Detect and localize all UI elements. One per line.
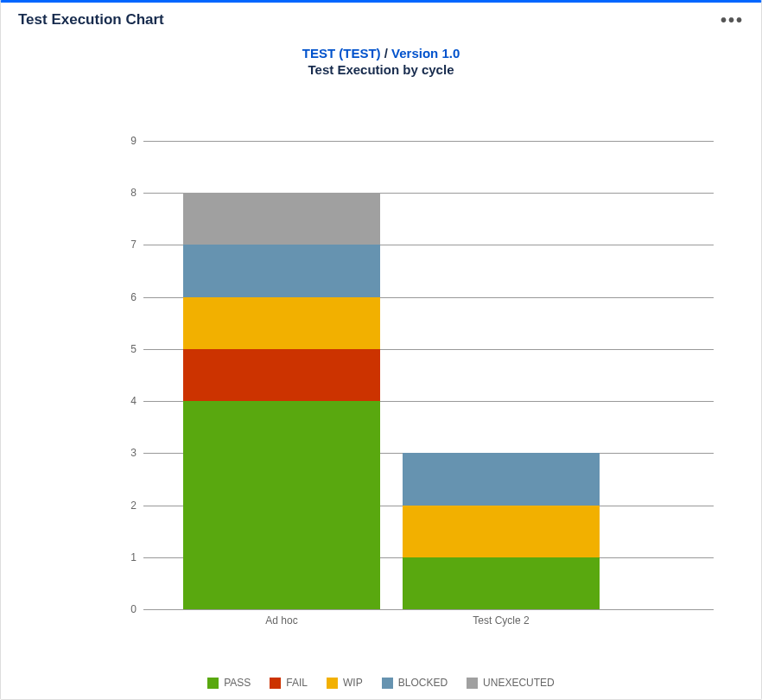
breadcrumb-project-link[interactable]: TEST (TEST) bbox=[302, 46, 381, 60]
legend-label: UNEXECUTED bbox=[483, 677, 555, 689]
legend-label: FAIL bbox=[286, 677, 308, 689]
y-tick-label: 4 bbox=[130, 395, 137, 407]
breadcrumb-version-link[interactable]: Version 1.0 bbox=[391, 46, 460, 60]
y-tick-label: 3 bbox=[130, 447, 137, 459]
grid-line bbox=[143, 141, 714, 142]
legend-label: PASS bbox=[224, 677, 251, 689]
legend-label: BLOCKED bbox=[398, 677, 448, 689]
bar-segment-unexecuted[interactable] bbox=[183, 193, 380, 245]
bar-segment-blocked[interactable] bbox=[183, 245, 380, 296]
y-tick-label: 1 bbox=[130, 551, 137, 563]
y-tick-label: 7 bbox=[130, 239, 137, 251]
bar-segment-wip[interactable] bbox=[183, 297, 380, 349]
legend-item-fail[interactable]: FAIL bbox=[270, 677, 308, 689]
bar-segment-pass[interactable] bbox=[403, 557, 600, 609]
more-options-icon[interactable]: ••• bbox=[721, 11, 744, 29]
breadcrumb: TEST (TEST) / Version 1.0 bbox=[1, 46, 761, 60]
bar-segment-fail[interactable] bbox=[183, 349, 380, 401]
bar-segment-wip[interactable] bbox=[403, 506, 600, 557]
legend-swatch-icon bbox=[207, 678, 219, 689]
breadcrumb-separator: / bbox=[384, 46, 388, 60]
y-axis: 0123456789 bbox=[117, 141, 143, 609]
x-axis-label: Ad hoc bbox=[183, 614, 380, 627]
bar-segment-pass[interactable] bbox=[183, 401, 380, 609]
card-title: Test Execution Chart bbox=[18, 11, 164, 29]
y-tick-label: 9 bbox=[130, 135, 137, 147]
legend-swatch-icon bbox=[327, 678, 338, 689]
bar-ad-hoc[interactable] bbox=[183, 193, 380, 609]
chart-header: TEST (TEST) / Version 1.0 Test Execution… bbox=[1, 46, 761, 77]
legend-item-unexecuted[interactable]: UNEXECUTED bbox=[467, 677, 555, 689]
legend-swatch-icon bbox=[270, 678, 281, 689]
legend-item-pass[interactable]: PASS bbox=[207, 677, 251, 689]
legend-item-blocked[interactable]: BLOCKED bbox=[382, 677, 448, 689]
chart-plot-area: 0123456789 Ad hoc Test Cycle 2 bbox=[143, 141, 714, 609]
y-tick-label: 0 bbox=[130, 603, 137, 615]
card-header: Test Execution Chart ••• bbox=[1, 3, 761, 29]
legend-swatch-icon bbox=[467, 678, 478, 689]
chart-subtitle: Test Execution by cycle bbox=[1, 62, 761, 77]
y-tick-label: 5 bbox=[130, 343, 137, 355]
legend-swatch-icon bbox=[382, 678, 393, 689]
legend-item-wip[interactable]: WIP bbox=[327, 677, 363, 689]
x-axis-label: Test Cycle 2 bbox=[403, 614, 600, 627]
bar-test-cycle-2[interactable] bbox=[403, 453, 600, 609]
y-tick-label: 8 bbox=[130, 187, 137, 199]
legend-label: WIP bbox=[343, 677, 363, 689]
y-tick-label: 2 bbox=[130, 500, 137, 512]
grid-line bbox=[143, 609, 714, 610]
y-tick-label: 6 bbox=[130, 291, 137, 303]
bar-segment-blocked[interactable] bbox=[403, 453, 600, 505]
gadget-card: Test Execution Chart ••• TEST (TEST) / V… bbox=[0, 0, 762, 700]
legend: PASSFAILWIPBLOCKEDUNEXECUTED bbox=[1, 677, 761, 689]
